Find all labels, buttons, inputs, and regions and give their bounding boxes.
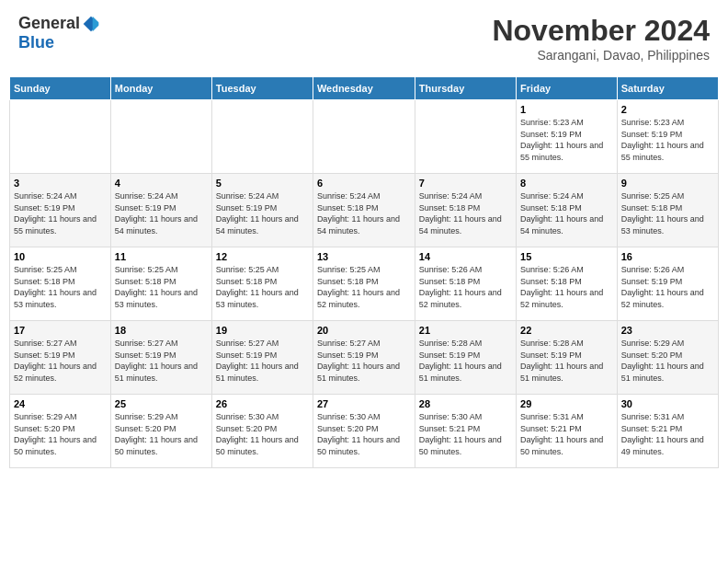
day-info: Sunrise: 5:24 AM Sunset: 5:19 PM Dayligh…: [216, 190, 309, 236]
day-number: 29: [520, 398, 613, 409]
calendar-day-header: Monday: [110, 77, 211, 100]
calendar-cell: 24Sunrise: 5:29 AM Sunset: 5:20 PM Dayli…: [10, 395, 111, 468]
day-number: 21: [419, 325, 512, 336]
calendar-cell: [110, 100, 211, 174]
calendar-cell: [313, 100, 415, 174]
day-number: 5: [216, 178, 309, 189]
day-number: 11: [115, 251, 208, 262]
calendar-cell: 26Sunrise: 5:30 AM Sunset: 5:20 PM Dayli…: [211, 395, 313, 468]
calendar-cell: 23Sunrise: 5:29 AM Sunset: 5:20 PM Dayli…: [617, 321, 718, 395]
day-info: Sunrise: 5:23 AM Sunset: 5:19 PM Dayligh…: [621, 117, 714, 163]
calendar-cell: [415, 100, 516, 174]
day-number: 14: [419, 251, 512, 262]
calendar-cell: 13Sunrise: 5:25 AM Sunset: 5:18 PM Dayli…: [313, 247, 415, 321]
calendar-day-header: Wednesday: [313, 77, 415, 100]
calendar-cell: 21Sunrise: 5:28 AM Sunset: 5:19 PM Dayli…: [415, 321, 516, 395]
day-info: Sunrise: 5:24 AM Sunset: 5:18 PM Dayligh…: [520, 190, 613, 236]
day-info: Sunrise: 5:30 AM Sunset: 5:20 PM Dayligh…: [216, 411, 309, 457]
calendar-week-row: 1Sunrise: 5:23 AM Sunset: 5:19 PM Daylig…: [10, 100, 719, 174]
day-info: Sunrise: 5:29 AM Sunset: 5:20 PM Dayligh…: [621, 338, 714, 384]
calendar-day-header: Thursday: [415, 77, 516, 100]
calendar-day-header: Saturday: [617, 77, 718, 100]
logo-text: General: [18, 14, 100, 33]
day-info: Sunrise: 5:28 AM Sunset: 5:19 PM Dayligh…: [520, 338, 613, 384]
day-info: Sunrise: 5:29 AM Sunset: 5:20 PM Dayligh…: [14, 411, 107, 457]
day-info: Sunrise: 5:30 AM Sunset: 5:20 PM Dayligh…: [317, 411, 411, 457]
day-info: Sunrise: 5:25 AM Sunset: 5:18 PM Dayligh…: [216, 264, 309, 310]
location: Sarangani, Davao, Philippines: [492, 48, 710, 63]
day-number: 25: [115, 398, 208, 409]
day-number: 8: [520, 178, 613, 189]
calendar-cell: 9Sunrise: 5:25 AM Sunset: 5:18 PM Daylig…: [617, 174, 718, 247]
calendar-day-header: Sunday: [10, 77, 111, 100]
page-header: General Blue November 2024 Sarangani, Da…: [9, 9, 719, 67]
day-info: Sunrise: 5:29 AM Sunset: 5:20 PM Dayligh…: [115, 411, 208, 457]
calendar-week-row: 24Sunrise: 5:29 AM Sunset: 5:20 PM Dayli…: [10, 395, 719, 468]
calendar-cell: 18Sunrise: 5:27 AM Sunset: 5:19 PM Dayli…: [110, 321, 211, 395]
calendar-cell: 3Sunrise: 5:24 AM Sunset: 5:19 PM Daylig…: [10, 174, 111, 247]
logo: General Blue: [18, 14, 100, 52]
day-number: 23: [621, 325, 714, 336]
calendar-cell: [211, 100, 313, 174]
calendar-cell: 12Sunrise: 5:25 AM Sunset: 5:18 PM Dayli…: [211, 247, 313, 321]
day-info: Sunrise: 5:23 AM Sunset: 5:19 PM Dayligh…: [520, 117, 613, 163]
calendar-cell: 8Sunrise: 5:24 AM Sunset: 5:18 PM Daylig…: [517, 174, 618, 247]
day-info: Sunrise: 5:27 AM Sunset: 5:19 PM Dayligh…: [14, 338, 107, 384]
calendar-cell: 17Sunrise: 5:27 AM Sunset: 5:19 PM Dayli…: [10, 321, 111, 395]
calendar-cell: [10, 100, 111, 174]
logo-general: General: [18, 14, 80, 33]
day-info: Sunrise: 5:25 AM Sunset: 5:18 PM Dayligh…: [14, 264, 107, 310]
day-info: Sunrise: 5:27 AM Sunset: 5:19 PM Dayligh…: [115, 338, 208, 384]
day-number: 2: [621, 104, 714, 115]
calendar-cell: 19Sunrise: 5:27 AM Sunset: 5:19 PM Dayli…: [211, 321, 313, 395]
calendar-cell: 28Sunrise: 5:30 AM Sunset: 5:21 PM Dayli…: [415, 395, 516, 468]
month-title: November 2024: [492, 14, 710, 48]
day-info: Sunrise: 5:26 AM Sunset: 5:18 PM Dayligh…: [419, 264, 512, 310]
day-info: Sunrise: 5:30 AM Sunset: 5:21 PM Dayligh…: [419, 411, 512, 457]
day-number: 30: [621, 398, 714, 409]
calendar-cell: 1Sunrise: 5:23 AM Sunset: 5:19 PM Daylig…: [517, 100, 618, 174]
day-info: Sunrise: 5:25 AM Sunset: 5:18 PM Dayligh…: [621, 190, 714, 236]
day-info: Sunrise: 5:31 AM Sunset: 5:21 PM Dayligh…: [520, 411, 613, 457]
calendar-cell: 20Sunrise: 5:27 AM Sunset: 5:19 PM Dayli…: [313, 321, 415, 395]
day-number: 1: [520, 104, 613, 115]
calendar-cell: 25Sunrise: 5:29 AM Sunset: 5:20 PM Dayli…: [110, 395, 211, 468]
calendar-cell: 27Sunrise: 5:30 AM Sunset: 5:20 PM Dayli…: [313, 395, 415, 468]
day-info: Sunrise: 5:26 AM Sunset: 5:19 PM Dayligh…: [621, 264, 714, 310]
day-number: 24: [14, 398, 107, 409]
day-number: 20: [317, 325, 411, 336]
calendar-header-row: SundayMondayTuesdayWednesdayThursdayFrid…: [10, 77, 719, 100]
day-info: Sunrise: 5:24 AM Sunset: 5:19 PM Dayligh…: [14, 190, 107, 236]
day-info: Sunrise: 5:25 AM Sunset: 5:18 PM Dayligh…: [317, 264, 411, 310]
day-info: Sunrise: 5:28 AM Sunset: 5:19 PM Dayligh…: [419, 338, 512, 384]
day-number: 12: [216, 251, 309, 262]
day-number: 4: [115, 178, 208, 189]
day-info: Sunrise: 5:27 AM Sunset: 5:19 PM Dayligh…: [216, 338, 309, 384]
calendar-cell: 5Sunrise: 5:24 AM Sunset: 5:19 PM Daylig…: [211, 174, 313, 247]
day-number: 13: [317, 251, 411, 262]
calendar-cell: 14Sunrise: 5:26 AM Sunset: 5:18 PM Dayli…: [415, 247, 516, 321]
logo-blue: Blue: [18, 33, 54, 52]
day-number: 10: [14, 251, 107, 262]
day-info: Sunrise: 5:24 AM Sunset: 5:19 PM Dayligh…: [115, 190, 208, 236]
calendar-cell: 2Sunrise: 5:23 AM Sunset: 5:19 PM Daylig…: [617, 100, 718, 174]
day-info: Sunrise: 5:31 AM Sunset: 5:21 PM Dayligh…: [621, 411, 714, 457]
day-number: 9: [621, 178, 714, 189]
day-number: 18: [115, 325, 208, 336]
day-number: 27: [317, 398, 411, 409]
calendar-cell: 11Sunrise: 5:25 AM Sunset: 5:18 PM Dayli…: [110, 247, 211, 321]
calendar-week-row: 3Sunrise: 5:24 AM Sunset: 5:19 PM Daylig…: [10, 174, 719, 247]
calendar-week-row: 17Sunrise: 5:27 AM Sunset: 5:19 PM Dayli…: [10, 321, 719, 395]
title-section: November 2024 Sarangani, Davao, Philippi…: [492, 14, 710, 63]
day-number: 28: [419, 398, 512, 409]
calendar-cell: 22Sunrise: 5:28 AM Sunset: 5:19 PM Dayli…: [517, 321, 618, 395]
calendar-day-header: Friday: [517, 77, 618, 100]
calendar-cell: 7Sunrise: 5:24 AM Sunset: 5:18 PM Daylig…: [415, 174, 516, 247]
day-number: 15: [520, 251, 613, 262]
day-info: Sunrise: 5:25 AM Sunset: 5:18 PM Dayligh…: [115, 264, 208, 310]
calendar-cell: 29Sunrise: 5:31 AM Sunset: 5:21 PM Dayli…: [517, 395, 618, 468]
day-info: Sunrise: 5:24 AM Sunset: 5:18 PM Dayligh…: [419, 190, 512, 236]
day-number: 19: [216, 325, 309, 336]
day-number: 16: [621, 251, 714, 262]
calendar-cell: 15Sunrise: 5:26 AM Sunset: 5:18 PM Dayli…: [517, 247, 618, 321]
